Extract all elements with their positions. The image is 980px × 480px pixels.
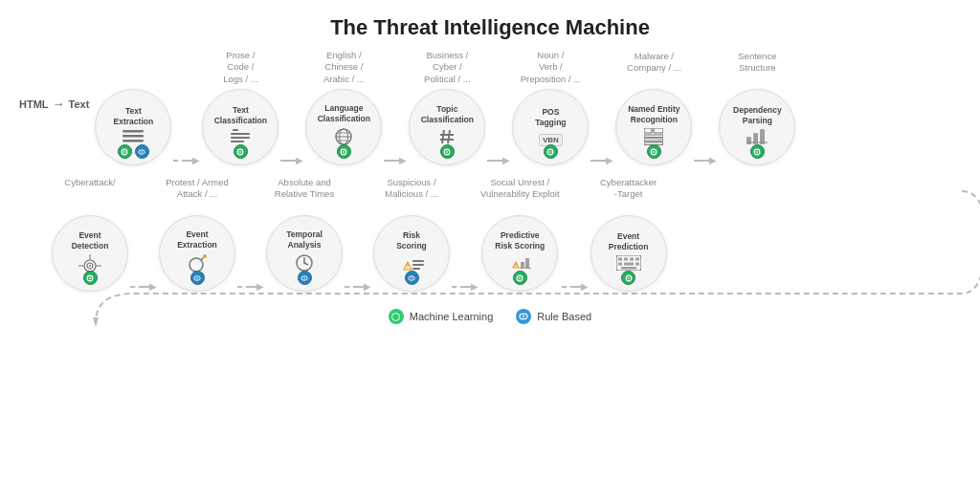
badge-ml-topic-classification <box>440 144 455 159</box>
badge-ml-named-entity <box>647 144 661 159</box>
legend-ml: Machine Learning <box>389 309 493 324</box>
node-language-classification[interactable]: LanguageClassification <box>305 89 382 165</box>
col-label-predictive-risk: Social Unrest /Vulnerability Exploit <box>480 177 560 211</box>
arrow-r2-5-6: ▶ <box>560 281 590 292</box>
svg-rect-35 <box>746 137 751 144</box>
svg-point-34 <box>653 151 655 153</box>
node-label-event-prediction: EventPrediction <box>609 231 649 251</box>
node-event-prediction[interactable]: EventPrediction <box>590 215 667 292</box>
svg-rect-72 <box>521 262 524 268</box>
svg-rect-7 <box>233 129 238 131</box>
node-label-text-extraction: TextExtraction <box>114 106 154 126</box>
node-label-event-extraction: EventExtraction <box>177 229 217 250</box>
node-topic-classification[interactable]: TopicClassification <box>409 89 485 165</box>
svg-rect-1 <box>122 135 144 138</box>
node-event-extraction[interactable]: EventExtraction <box>159 215 235 292</box>
node-badges-risk-scoring <box>405 271 419 285</box>
svg-point-4 <box>123 151 125 153</box>
col-event-extraction: Protest / ArmedAttack / ... EventExtract… <box>159 177 235 292</box>
col-label-pos-tagging: Noun /Verb /Preposition / ... <box>521 50 581 85</box>
col-text-classification: Prose /Code /Logs / ... TextClassificati… <box>202 50 278 165</box>
icon-vbn: VBN <box>539 131 563 145</box>
arrow-r2-1-2: ▶ <box>128 281 159 292</box>
node-label-predictive-risk: PredictiveRisk Scoring <box>495 230 545 251</box>
node-label-topic-classification: TopicClassification <box>421 104 474 124</box>
svg-point-87 <box>628 277 630 279</box>
col-text-extraction: TextExtraction <box>95 74 171 165</box>
node-badges-language-classification <box>337 144 351 159</box>
svg-rect-79 <box>624 257 628 260</box>
svg-rect-85 <box>621 267 636 270</box>
col-named-entity: Malware /Company / ... Named EntityRecog… <box>615 51 692 165</box>
node-label-event-detection: EventDetection <box>72 230 109 251</box>
node-event-detection[interactable]: EventDetection <box>52 215 128 292</box>
row1: HTML → Text TextExtraction <box>19 50 961 173</box>
svg-rect-30 <box>644 135 663 138</box>
svg-point-25 <box>446 151 448 153</box>
svg-rect-31 <box>644 139 663 142</box>
svg-rect-84 <box>635 262 639 265</box>
node-temporal-analysis[interactable]: TemporalAnalysis <box>266 215 343 292</box>
svg-point-60 <box>303 277 305 279</box>
badge-ml-pos-tagging <box>544 144 558 159</box>
svg-rect-29 <box>654 128 663 133</box>
arrow-symbol: → <box>53 97 65 111</box>
col-risk-scoring: Suspicious /Malicious / ... RiskScoring <box>373 177 450 292</box>
arrow-3-4: ▶ <box>382 155 409 165</box>
col-label-temporal-analysis: Absolute andRelative Times <box>275 177 334 211</box>
badge-rb-temporal-analysis <box>298 271 312 285</box>
svg-point-49 <box>89 277 91 279</box>
node-predictive-risk[interactable]: PredictiveRisk Scoring <box>481 215 558 292</box>
node-pos-tagging[interactable]: POSTagging VBN <box>512 89 589 165</box>
svg-rect-80 <box>630 257 634 260</box>
arrow-r2-4-5: ▶ <box>450 281 480 292</box>
node-badges-text-classification <box>234 144 248 159</box>
badge-rb-event-extraction <box>190 271 205 285</box>
node-risk-scoring[interactable]: RiskScoring <box>373 215 450 292</box>
svg-rect-2 <box>122 140 144 142</box>
node-text-classification[interactable]: TextClassification <box>202 89 278 165</box>
svg-line-21 <box>448 130 450 143</box>
svg-point-27 <box>549 151 551 153</box>
svg-point-54 <box>196 277 198 279</box>
col-predictive-risk: Social Unrest /Vulnerability Exploit Pre… <box>480 177 560 292</box>
html-label: HTML <box>19 98 49 110</box>
badge-ml-text-classification <box>234 144 248 159</box>
svg-rect-65 <box>412 264 424 266</box>
svg-rect-66 <box>412 268 420 270</box>
legend: Machine Learning Rule Based <box>19 309 961 324</box>
svg-line-20 <box>442 130 444 143</box>
node-text-extraction[interactable]: TextExtraction <box>95 89 171 165</box>
node-dependency-parsing[interactable]: DependencyParsing <box>719 89 795 165</box>
row2: Cyberattack/ EventDetection <box>19 177 961 299</box>
svg-point-12 <box>239 151 241 153</box>
svg-point-89 <box>523 316 524 317</box>
node-badges-text-extraction <box>118 144 149 159</box>
node-label-temporal-analysis: TemporalAnalysis <box>286 229 323 250</box>
col-language-classification: English /Chinese /Arabic / ... LanguageC… <box>305 50 382 165</box>
html-to-text: HTML → Text <box>19 97 89 111</box>
node-label-pos-tagging: POSTagging <box>535 107 566 127</box>
node-label-text-classification: TextClassification <box>214 105 267 125</box>
node-label-dependency-parsing: DependencyParsing <box>733 105 782 125</box>
svg-rect-82 <box>618 262 622 265</box>
col-event-detection: Cyberattack/ EventDetection <box>52 177 128 292</box>
node-named-entity[interactable]: Named EntityRecognition <box>615 89 692 165</box>
legend-rb-label: Rule Based <box>537 311 591 322</box>
badge-rb-risk-scoring <box>405 271 419 285</box>
badge-ml-event-detection <box>83 271 98 285</box>
svg-rect-73 <box>525 258 529 268</box>
node-badges-event-prediction <box>621 271 635 285</box>
badge-ml-event-prediction <box>621 271 635 285</box>
arrow-1-2: ▶ <box>171 155 202 165</box>
col-label-language-classification: English /Chinese /Arabic / ... <box>323 50 365 85</box>
svg-rect-83 <box>624 262 634 265</box>
legend-rb: Rule Based <box>516 309 591 324</box>
node-badges-temporal-analysis <box>298 271 312 285</box>
arrow-r2-2-3: ▶ <box>235 281 266 292</box>
col-label-event-detection: Cyberattack/ <box>64 177 115 211</box>
col-label-risk-scoring: Suspicious /Malicious / ... <box>385 177 437 211</box>
arrow-r2-3-4: ▶ <box>343 281 373 292</box>
node-label-language-classification: LanguageClassification <box>318 103 370 123</box>
col-label-text-classification: Prose /Code /Logs / ... <box>223 50 257 85</box>
